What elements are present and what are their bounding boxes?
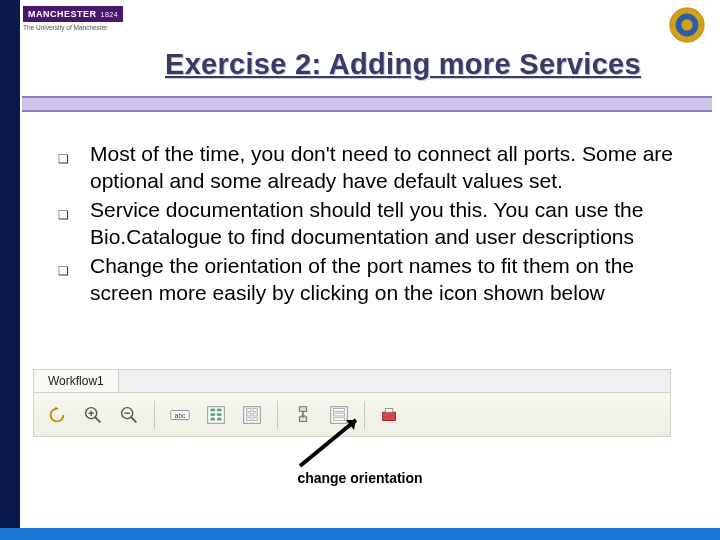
left-stripe (0, 0, 20, 540)
tab-row: Workflow1 (33, 369, 671, 393)
separator (364, 401, 365, 429)
toolbar-screenshot: Workflow1 abc (32, 368, 672, 444)
icon-row: abc (33, 393, 671, 437)
svg-line-12 (131, 416, 137, 422)
svg-rect-22 (217, 417, 222, 420)
footer-bar (0, 528, 720, 540)
list-item: Change the orientation of the port names… (50, 252, 680, 306)
svg-rect-32 (299, 416, 306, 421)
collapse-icon[interactable] (377, 402, 403, 428)
logo-name: MANCHESTER (28, 9, 97, 19)
svg-rect-16 (208, 406, 225, 423)
slide: MANCHESTER 1824 The University of Manche… (0, 0, 720, 540)
bullet-list: Most of the time, you don't need to conn… (50, 140, 680, 306)
blank-ports-icon[interactable] (326, 402, 352, 428)
svg-rect-20 (217, 413, 222, 416)
svg-point-2 (681, 19, 692, 30)
zoom-in-icon[interactable] (80, 402, 106, 428)
refresh-icon[interactable] (44, 402, 70, 428)
tab-label: Workflow1 (48, 374, 104, 388)
page-title: Exercise 2: Adding more Services (165, 48, 641, 81)
separator (154, 401, 155, 429)
svg-rect-37 (383, 412, 396, 420)
logo-subtitle: The University of Manchester (23, 24, 108, 31)
list-item: Most of the time, you don't need to conn… (50, 140, 680, 194)
orientation-icon[interactable] (290, 402, 316, 428)
svg-rect-17 (211, 408, 216, 411)
svg-rect-21 (211, 417, 216, 420)
all-ports-icon[interactable] (203, 402, 229, 428)
svg-rect-18 (217, 408, 222, 411)
content-body: Most of the time, you don't need to conn… (50, 140, 680, 308)
svg-rect-30 (299, 406, 306, 411)
svg-rect-38 (385, 408, 392, 412)
logo-year: 1824 (101, 11, 119, 18)
svg-rect-19 (211, 413, 216, 416)
none-ports-icon[interactable] (239, 402, 265, 428)
list-item: Service documentation should tell you th… (50, 196, 680, 250)
separator (277, 401, 278, 429)
badge-logo (668, 6, 706, 44)
university-logo: MANCHESTER 1824 The University of Manche… (23, 6, 135, 42)
workflow-tab[interactable]: Workflow1 (34, 370, 119, 392)
caption: change orientation (0, 470, 720, 486)
zoom-out-icon[interactable] (116, 402, 142, 428)
abc-icon[interactable]: abc (167, 402, 193, 428)
divider-band (22, 96, 712, 112)
svg-line-8 (95, 416, 101, 422)
svg-text:abc: abc (175, 411, 186, 418)
